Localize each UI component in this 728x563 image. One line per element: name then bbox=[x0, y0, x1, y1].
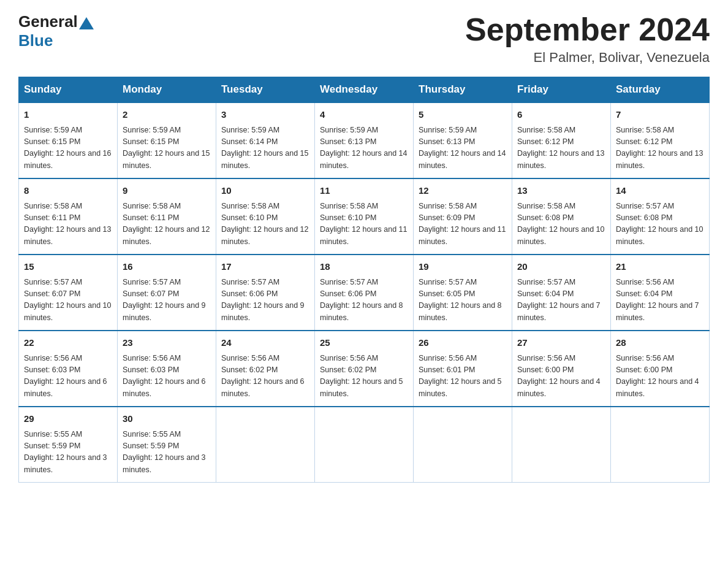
calendar-header-row: SundayMondayTuesdayWednesdayThursdayFrid… bbox=[19, 77, 710, 103]
calendar-day-27: 27Sunrise: 5:56 AMSunset: 6:00 PMDayligh… bbox=[512, 331, 611, 407]
day-number: 28 bbox=[616, 336, 704, 350]
day-number: 2 bbox=[123, 108, 211, 122]
calendar-header-friday: Friday bbox=[512, 77, 611, 103]
day-info: Sunrise: 5:59 AMSunset: 6:15 PMDaylight:… bbox=[24, 124, 112, 172]
calendar-header-tuesday: Tuesday bbox=[216, 77, 315, 103]
calendar-day-6: 6Sunrise: 5:58 AMSunset: 6:12 PMDaylight… bbox=[512, 102, 611, 178]
day-number: 11 bbox=[320, 184, 408, 198]
logo-blue-text: Blue bbox=[18, 31, 53, 50]
day-number: 10 bbox=[221, 184, 309, 198]
day-number: 21 bbox=[616, 260, 704, 274]
calendar-day-8: 8Sunrise: 5:58 AMSunset: 6:11 PMDaylight… bbox=[19, 178, 118, 255]
day-info: Sunrise: 5:56 AMSunset: 6:00 PMDaylight:… bbox=[616, 353, 704, 400]
day-number: 27 bbox=[517, 336, 605, 350]
logo: General Blue bbox=[18, 12, 95, 50]
calendar-day-4: 4Sunrise: 5:59 AMSunset: 6:13 PMDaylight… bbox=[315, 102, 414, 178]
calendar-header-sunday: Sunday bbox=[19, 77, 118, 103]
calendar-day-29: 29Sunrise: 5:55 AMSunset: 5:59 PMDayligh… bbox=[19, 407, 118, 483]
day-number: 23 bbox=[123, 336, 211, 350]
day-info: Sunrise: 5:56 AMSunset: 6:01 PMDaylight:… bbox=[419, 353, 507, 400]
day-info: Sunrise: 5:58 AMSunset: 6:09 PMDaylight:… bbox=[419, 201, 507, 248]
day-info: Sunrise: 5:55 AMSunset: 5:59 PMDaylight:… bbox=[24, 429, 112, 477]
calendar-empty-cell bbox=[512, 407, 611, 483]
day-number: 17 bbox=[221, 260, 309, 274]
day-info: Sunrise: 5:56 AMSunset: 6:00 PMDaylight:… bbox=[517, 353, 605, 400]
calendar-week-row-4: 22Sunrise: 5:56 AMSunset: 6:03 PMDayligh… bbox=[19, 331, 710, 407]
calendar-day-10: 10Sunrise: 5:58 AMSunset: 6:10 PMDayligh… bbox=[216, 178, 315, 255]
page-header: General Blue September 2024 El Palmer, B… bbox=[18, 12, 710, 66]
calendar-day-9: 9Sunrise: 5:58 AMSunset: 6:11 PMDaylight… bbox=[118, 178, 216, 255]
day-number: 20 bbox=[517, 260, 605, 274]
day-number: 30 bbox=[123, 412, 211, 426]
calendar-empty-cell bbox=[315, 407, 414, 483]
calendar-day-21: 21Sunrise: 5:56 AMSunset: 6:04 PMDayligh… bbox=[611, 255, 710, 331]
calendar-day-25: 25Sunrise: 5:56 AMSunset: 6:02 PMDayligh… bbox=[315, 331, 414, 407]
calendar-day-2: 2Sunrise: 5:59 AMSunset: 6:15 PMDaylight… bbox=[118, 102, 216, 178]
calendar-day-3: 3Sunrise: 5:59 AMSunset: 6:14 PMDaylight… bbox=[216, 102, 315, 178]
calendar-day-19: 19Sunrise: 5:57 AMSunset: 6:05 PMDayligh… bbox=[414, 255, 512, 331]
location-subtitle: El Palmer, Bolivar, Venezuela bbox=[465, 50, 710, 66]
day-number: 26 bbox=[419, 336, 507, 350]
day-info: Sunrise: 5:58 AMSunset: 6:12 PMDaylight:… bbox=[517, 124, 605, 172]
calendar-day-18: 18Sunrise: 5:57 AMSunset: 6:06 PMDayligh… bbox=[315, 255, 414, 331]
day-info: Sunrise: 5:55 AMSunset: 5:59 PMDaylight:… bbox=[123, 429, 211, 477]
day-info: Sunrise: 5:56 AMSunset: 6:04 PMDaylight:… bbox=[616, 277, 704, 324]
calendar-day-23: 23Sunrise: 5:56 AMSunset: 6:03 PMDayligh… bbox=[118, 331, 216, 407]
calendar-header-wednesday: Wednesday bbox=[315, 77, 414, 103]
calendar-header-saturday: Saturday bbox=[611, 77, 710, 103]
day-info: Sunrise: 5:58 AMSunset: 6:11 PMDaylight:… bbox=[24, 201, 112, 248]
day-info: Sunrise: 5:56 AMSunset: 6:02 PMDaylight:… bbox=[221, 353, 309, 400]
day-number: 5 bbox=[419, 108, 507, 122]
day-info: Sunrise: 5:57 AMSunset: 6:07 PMDaylight:… bbox=[24, 277, 112, 324]
day-number: 12 bbox=[419, 184, 507, 198]
calendar-empty-cell bbox=[611, 407, 710, 483]
day-info: Sunrise: 5:58 AMSunset: 6:11 PMDaylight:… bbox=[123, 201, 211, 248]
day-info: Sunrise: 5:59 AMSunset: 6:14 PMDaylight:… bbox=[221, 124, 309, 172]
calendar-empty-cell bbox=[414, 407, 512, 483]
day-info: Sunrise: 5:59 AMSunset: 6:15 PMDaylight:… bbox=[123, 124, 211, 172]
day-number: 1 bbox=[24, 108, 112, 122]
calendar-day-28: 28Sunrise: 5:56 AMSunset: 6:00 PMDayligh… bbox=[611, 331, 710, 407]
calendar-empty-cell bbox=[216, 407, 315, 483]
calendar-table: SundayMondayTuesdayWednesdayThursdayFrid… bbox=[18, 77, 710, 483]
day-number: 14 bbox=[616, 184, 704, 198]
day-number: 22 bbox=[24, 336, 112, 350]
day-number: 7 bbox=[616, 108, 704, 122]
calendar-day-17: 17Sunrise: 5:57 AMSunset: 6:06 PMDayligh… bbox=[216, 255, 315, 331]
day-info: Sunrise: 5:57 AMSunset: 6:06 PMDaylight:… bbox=[320, 277, 408, 324]
month-title: September 2024 bbox=[465, 12, 710, 47]
day-info: Sunrise: 5:58 AMSunset: 6:10 PMDaylight:… bbox=[320, 201, 408, 248]
calendar-day-13: 13Sunrise: 5:58 AMSunset: 6:08 PMDayligh… bbox=[512, 178, 611, 255]
day-info: Sunrise: 5:58 AMSunset: 6:12 PMDaylight:… bbox=[616, 124, 704, 172]
calendar-day-24: 24Sunrise: 5:56 AMSunset: 6:02 PMDayligh… bbox=[216, 331, 315, 407]
day-info: Sunrise: 5:57 AMSunset: 6:05 PMDaylight:… bbox=[419, 277, 507, 324]
day-info: Sunrise: 5:58 AMSunset: 6:08 PMDaylight:… bbox=[517, 201, 605, 248]
day-number: 29 bbox=[24, 412, 112, 426]
day-info: Sunrise: 5:58 AMSunset: 6:10 PMDaylight:… bbox=[221, 201, 309, 248]
day-number: 16 bbox=[123, 260, 211, 274]
day-info: Sunrise: 5:56 AMSunset: 6:02 PMDaylight:… bbox=[320, 353, 408, 400]
calendar-week-row-5: 29Sunrise: 5:55 AMSunset: 5:59 PMDayligh… bbox=[19, 407, 710, 483]
calendar-day-15: 15Sunrise: 5:57 AMSunset: 6:07 PMDayligh… bbox=[19, 255, 118, 331]
day-number: 13 bbox=[517, 184, 605, 198]
calendar-day-7: 7Sunrise: 5:58 AMSunset: 6:12 PMDaylight… bbox=[611, 102, 710, 178]
day-info: Sunrise: 5:56 AMSunset: 6:03 PMDaylight:… bbox=[24, 353, 112, 400]
day-number: 19 bbox=[419, 260, 507, 274]
day-number: 8 bbox=[24, 184, 112, 198]
calendar-week-row-1: 1Sunrise: 5:59 AMSunset: 6:15 PMDaylight… bbox=[19, 102, 710, 178]
day-number: 18 bbox=[320, 260, 408, 274]
calendar-day-11: 11Sunrise: 5:58 AMSunset: 6:10 PMDayligh… bbox=[315, 178, 414, 255]
calendar-header-monday: Monday bbox=[118, 77, 216, 103]
calendar-day-20: 20Sunrise: 5:57 AMSunset: 6:04 PMDayligh… bbox=[512, 255, 611, 331]
day-info: Sunrise: 5:57 AMSunset: 6:07 PMDaylight:… bbox=[123, 277, 211, 324]
calendar-day-26: 26Sunrise: 5:56 AMSunset: 6:01 PMDayligh… bbox=[414, 331, 512, 407]
day-info: Sunrise: 5:57 AMSunset: 6:08 PMDaylight:… bbox=[616, 201, 704, 248]
day-info: Sunrise: 5:59 AMSunset: 6:13 PMDaylight:… bbox=[320, 124, 408, 172]
day-info: Sunrise: 5:59 AMSunset: 6:13 PMDaylight:… bbox=[419, 124, 507, 172]
calendar-day-14: 14Sunrise: 5:57 AMSunset: 6:08 PMDayligh… bbox=[611, 178, 710, 255]
day-number: 25 bbox=[320, 336, 408, 350]
calendar-day-30: 30Sunrise: 5:55 AMSunset: 5:59 PMDayligh… bbox=[118, 407, 216, 483]
calendar-day-22: 22Sunrise: 5:56 AMSunset: 6:03 PMDayligh… bbox=[19, 331, 118, 407]
day-info: Sunrise: 5:57 AMSunset: 6:04 PMDaylight:… bbox=[517, 277, 605, 324]
day-number: 6 bbox=[517, 108, 605, 122]
